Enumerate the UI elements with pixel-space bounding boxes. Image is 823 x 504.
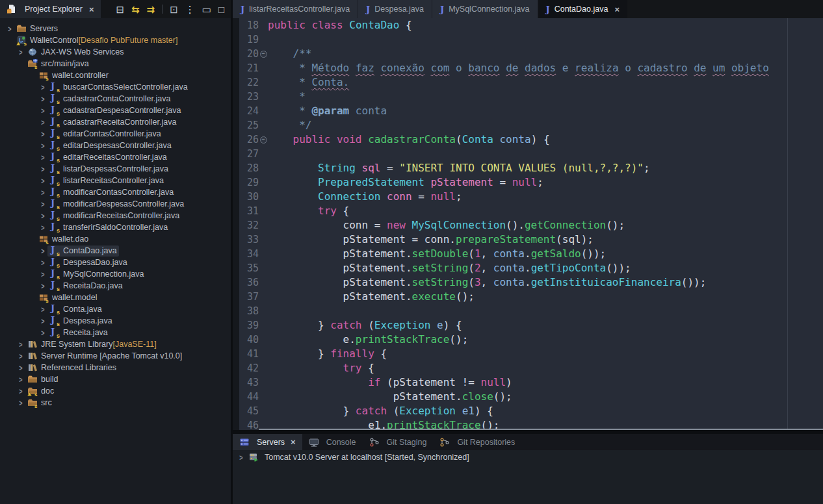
expander-icon[interactable]: >: [39, 176, 47, 184]
tree-item-build[interactable]: >build: [0, 373, 231, 385]
tree-item-despesadao-java[interactable]: >JsDespesaDao.java: [0, 257, 231, 268]
library-icon: [27, 351, 38, 361]
expander-icon[interactable]: >: [39, 153, 47, 161]
expander-icon[interactable]: >: [39, 316, 47, 325]
code-line-30: 30 Connection conn = null;: [233, 190, 823, 204]
tree-item-wallet-model[interactable]: swallet.model: [0, 292, 231, 303]
tree-item-editarcontascontroller-java[interactable]: >JseditarContasController.java: [0, 128, 231, 140]
java-file-icon: Js: [49, 152, 60, 162]
expander-icon[interactable]: >: [17, 398, 25, 407]
tree-item-label-wrap: JseditarContasController.java: [47, 129, 163, 140]
close-icon[interactable]: ×: [89, 5, 94, 14]
expander-icon[interactable]: >: [17, 386, 25, 395]
fold-column: [259, 18, 268, 32]
tree-item-src-main-java[interactable]: ssrc/main/java: [0, 58, 231, 69]
expander-icon[interactable]: >: [39, 82, 47, 91]
bottom-tab-console[interactable]: Console: [302, 434, 363, 450]
view-menu-icon[interactable]: ⋮: [185, 5, 195, 14]
expander-icon[interactable]: >: [17, 340, 25, 348]
editor-tab-despesa-java[interactable]: JDespesa.java: [358, 0, 432, 18]
tree-item-cadastrardespesacontroller-java[interactable]: >JscadastrarDespesaController.java: [0, 105, 231, 116]
fold-marker-icon[interactable]: −: [259, 47, 268, 61]
tree-item-label: JAX-WS Web Services: [41, 47, 124, 57]
expander-icon[interactable]: >: [39, 223, 47, 231]
minimize-icon[interactable]: ▭: [202, 5, 211, 14]
tree-item-editarreceitascontroller-java[interactable]: >JseditarReceitasController.java: [0, 151, 231, 163]
tree-item-listarreceitascontroller-java[interactable]: >JslistarReceitasController.java: [0, 175, 231, 186]
expander-icon[interactable]: >: [39, 281, 47, 290]
expander-icon[interactable]: >: [39, 211, 47, 220]
expander-icon[interactable]: >: [17, 47, 25, 56]
tree-item-wallet-dao[interactable]: swallet.dao: [0, 233, 231, 245]
expander-icon[interactable]: >: [39, 129, 47, 138]
expander-icon[interactable]: >: [39, 270, 47, 278]
tree-item-transferirsaldocontroller-java[interactable]: >JstransferirSaldoController.java: [0, 221, 231, 233]
expander-icon[interactable]: >: [39, 258, 47, 266]
collapse-all-icon[interactable]: ⊟: [116, 5, 124, 14]
editor-tab-listarreceitascontroller-java[interactable]: JlistarReceitasController.java: [233, 0, 358, 18]
tree-item-servers[interactable]: >Servers: [0, 23, 231, 34]
tree-item-label: doc: [41, 386, 54, 396]
fold-column: [259, 247, 268, 261]
expander-icon[interactable]: >: [39, 141, 47, 149]
tree-item-modificarreceitascontroller-java[interactable]: >JsmodificarReceitasController.java: [0, 210, 231, 221]
tree-item-contadao-java[interactable]: >JsContaDao.java: [0, 245, 231, 257]
editor-tab-mysqlconnection-java[interactable]: JMySqlConnection.java: [432, 0, 538, 18]
tree-item-cadastrarcontacontroller-java[interactable]: >JscadastrarContaController.java: [0, 93, 231, 105]
bottom-tab-git-repositories[interactable]: Git Repositories: [433, 434, 521, 450]
tree-item-buscarcontasselectcontroller-java[interactable]: >JsbuscarContasSelectController.java: [0, 81, 231, 93]
tree-item-conta-java[interactable]: >JsConta.java: [0, 303, 231, 315]
code-line-37: 37 pStatement.execute();: [233, 290, 823, 304]
tree-item-mysqlconnection-java[interactable]: >JsMySqlConnection.java: [0, 268, 231, 280]
expander-icon[interactable]: >: [6, 24, 14, 32]
sync-arrows-icon[interactable]: ⇉: [147, 5, 155, 14]
editor-tab-contadao-java[interactable]: JContaDao.java×: [538, 0, 627, 18]
code-editor[interactable]: 18public class ContaDao {1920− /**21 * M…: [233, 18, 823, 430]
expander-icon[interactable]: >: [39, 199, 47, 208]
tree-item-modificardespesascontroller-java[interactable]: >JsmodificarDespesasController.java: [0, 198, 231, 210]
tree-item-label: build: [41, 375, 58, 384]
code-text: conn = new MySqlConnection().getConnecti…: [268, 218, 625, 233]
close-icon[interactable]: ×: [614, 5, 620, 14]
tree-item-listardespesascontroller-java[interactable]: >JslistarDespesasController.java: [0, 163, 231, 175]
bottom-tab-git-staging[interactable]: Git Staging: [363, 434, 434, 450]
bottom-tab-servers[interactable]: Servers×: [233, 434, 302, 450]
tree-item-label-wrap: JsDespesa.java: [47, 316, 114, 327]
fold-marker-icon[interactable]: −: [259, 132, 268, 147]
tree-item-walletcontrol[interactable]: sWalletControl [Desafio PubFuture master…: [0, 34, 231, 46]
tree-item-receita-java[interactable]: >JsReceita.java: [0, 327, 231, 338]
expander-icon[interactable]: >: [39, 118, 47, 126]
tree-item-wallet-controller[interactable]: swallet.controller: [0, 69, 231, 81]
expander-icon[interactable]: >: [39, 328, 47, 336]
expander-icon[interactable]: >: [39, 106, 47, 114]
tree-item-doc[interactable]: >sdoc: [0, 385, 231, 397]
expander-icon[interactable]: >: [17, 375, 25, 383]
tree-item-receitadao-java[interactable]: >JsReceitaDao.java: [0, 280, 231, 292]
tree-item-referenced-libraries[interactable]: >Referenced Libraries: [0, 362, 231, 373]
tree-item-cadastrarreceitacontroller-java[interactable]: >JscadastrarReceitaController.java: [0, 116, 231, 128]
tab-project-explorer[interactable]: Project Explorer ×: [0, 0, 101, 18]
expander-icon[interactable]: >: [39, 164, 47, 173]
expander-icon[interactable]: >: [39, 246, 47, 255]
server-row[interactable]: > Tomcat v10.0 Server at localhost [Star…: [233, 450, 823, 464]
tree-item-label-wrap: JsmodificarDespesasController.java: [47, 199, 186, 210]
tree-item-label-wrap: JsContaDao.java: [47, 246, 119, 257]
close-icon[interactable]: ×: [291, 437, 296, 447]
code-line-39: 39 } catch (Exception e) {: [233, 318, 823, 333]
expander-icon[interactable]: >: [39, 188, 47, 196]
tree-item-jax-ws-web-services[interactable]: >JAX-WS Web Services: [0, 46, 231, 58]
expander-icon[interactable]: >: [39, 94, 47, 103]
tree-item-modificarcontascontroller-java[interactable]: >JsmodificarContasController.java: [0, 186, 231, 198]
maximize-icon[interactable]: □: [218, 5, 224, 14]
tree-item-editardespesascontroller-java[interactable]: >JseditarDespesasController.java: [0, 140, 231, 151]
tree-item-src[interactable]: >ssrc: [0, 397, 231, 409]
tree-item-server-runtime-apache-tomcat-v10-0[interactable]: >Server Runtime [Apache Tomcat v10.0]: [0, 350, 231, 362]
expander-icon[interactable]: >: [17, 351, 25, 360]
tree-item-jre-system-library[interactable]: >JRE System Library [JavaSE-11]: [0, 338, 231, 350]
link-with-editor-icon[interactable]: ⇆: [131, 5, 140, 14]
tree-item-despesa-java[interactable]: >JsDespesa.java: [0, 315, 231, 327]
focus-icon[interactable]: ⊡: [170, 5, 178, 14]
expander-icon[interactable]: >: [17, 363, 25, 372]
expander-icon[interactable]: >: [39, 305, 47, 313]
chevron-right-icon[interactable]: >: [237, 453, 246, 461]
